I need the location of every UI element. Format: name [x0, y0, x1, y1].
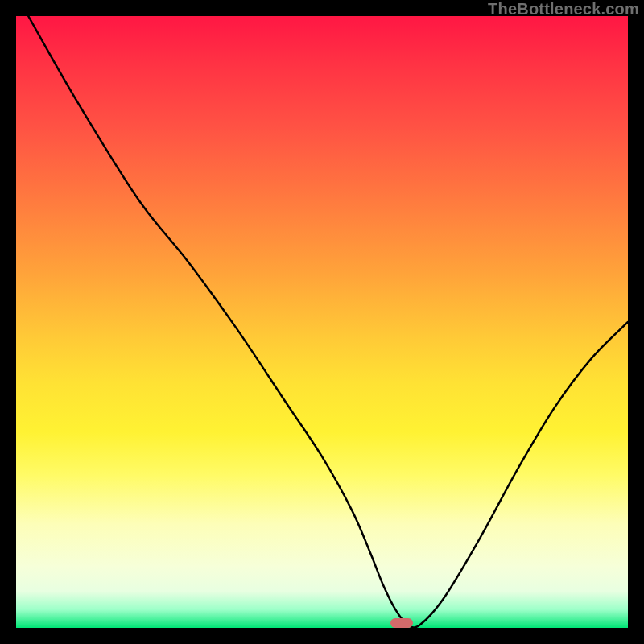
bottleneck-curve	[16, 16, 628, 628]
optimum-marker	[390, 618, 413, 628]
plot-area	[16, 16, 628, 628]
chart-frame: TheBottleneck.com	[0, 0, 644, 644]
